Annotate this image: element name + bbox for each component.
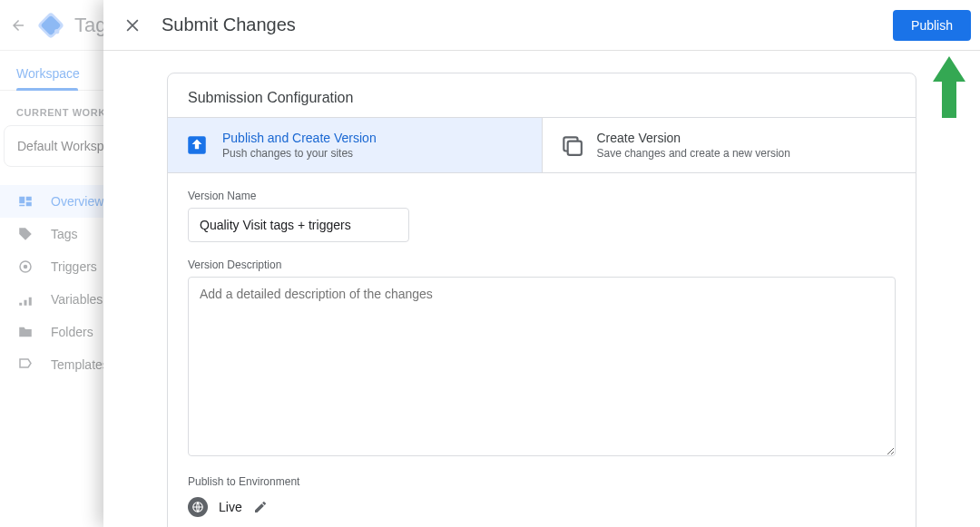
version-description-textarea[interactable] — [188, 277, 896, 456]
version-name-label: Version Name — [188, 190, 896, 202]
svg-rect-7 — [567, 142, 581, 155]
submit-changes-sheet: Submit Changes Publish Submission Config… — [103, 0, 980, 527]
option-title: Create Version — [597, 131, 790, 145]
edit-environment-icon[interactable] — [253, 500, 268, 514]
globe-icon — [188, 497, 208, 517]
close-icon[interactable] — [120, 13, 145, 38]
card-title: Submission Configuration — [168, 73, 916, 117]
option-subtitle: Push changes to your sites — [222, 147, 377, 160]
version-description-label: Version Description — [188, 259, 896, 271]
sheet-title: Submit Changes — [162, 15, 296, 35]
submission-card: Submission Configuration Publish and Cre… — [167, 73, 916, 527]
option-create-version[interactable]: Create Version Save changes and create a… — [542, 118, 916, 172]
publish-button[interactable]: Publish — [893, 10, 971, 41]
publish-environment-label: Publish to Environment — [188, 475, 896, 488]
publish-upload-icon — [184, 132, 210, 158]
environment-name: Live — [219, 500, 242, 514]
version-name-input[interactable] — [188, 208, 409, 242]
option-publish-and-create[interactable]: Publish and Create Version Push changes … — [168, 118, 542, 172]
option-title: Publish and Create Version — [222, 131, 377, 145]
versions-stack-icon — [559, 132, 584, 158]
option-subtitle: Save changes and create a new version — [597, 147, 790, 160]
